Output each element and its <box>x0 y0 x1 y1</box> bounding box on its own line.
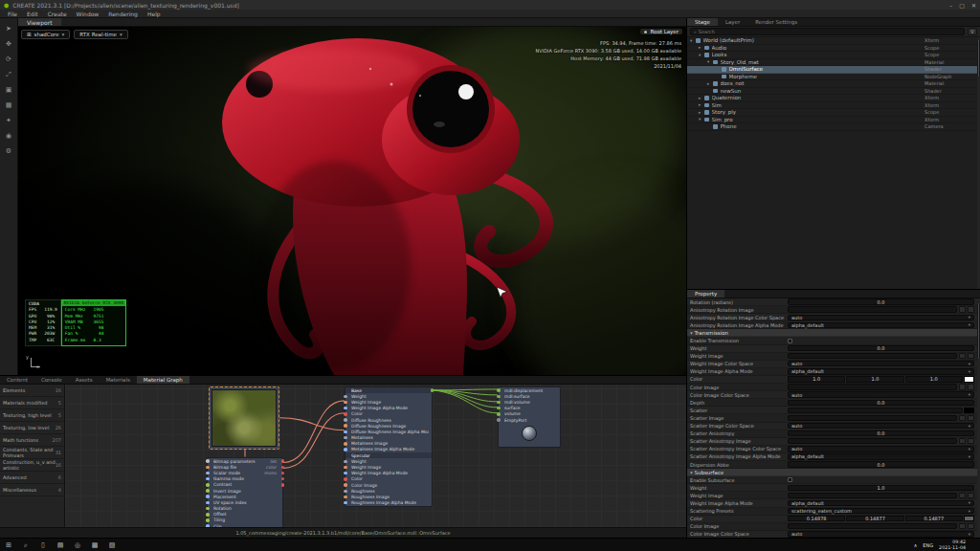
input-port-icon[interactable] <box>206 477 210 481</box>
output-port-icon[interactable] <box>431 395 434 399</box>
palette-category[interactable]: Materials modified 5 <box>0 397 64 409</box>
stage-tree-row[interactable]: ▸ Quaternion Xform <box>687 95 980 102</box>
file-path-input[interactable] <box>788 493 957 498</box>
output-port-icon[interactable] <box>431 430 434 434</box>
number-field[interactable]: 0.0 <box>788 461 974 467</box>
create-app-button[interactable]: ▩ <box>86 539 103 551</box>
stage-tab[interactable]: Layer <box>718 18 747 26</box>
input-port-icon[interactable] <box>344 448 347 452</box>
menu-item[interactable]: Create <box>48 11 67 17</box>
dropdown-field[interactable]: alpha_default <box>788 322 974 328</box>
file-path-input[interactable] <box>788 438 957 444</box>
bottom-tab[interactable]: Content <box>0 376 34 384</box>
palette-category[interactable]: Math functions 207 <box>0 434 64 447</box>
texture-preview-node[interactable] <box>209 386 279 450</box>
file-path-input[interactable] <box>788 306 957 312</box>
stage-tree-row[interactable]: Morpheme NodeGraph <box>687 74 980 81</box>
output-port-icon[interactable] <box>281 466 285 470</box>
output-port-icon[interactable] <box>431 442 434 446</box>
options-icon[interactable] <box>968 353 974 359</box>
viewport-canvas[interactable]: ⊞ shadCore ▾ RTX Real-time ▾ Root Layer … <box>18 27 686 375</box>
output-port-icon[interactable] <box>281 459 285 463</box>
input-port-icon[interactable] <box>344 401 347 405</box>
input-port-icon[interactable] <box>497 407 501 410</box>
number-field[interactable]: 0.0 <box>788 345 974 351</box>
palette-category[interactable]: Miscellaneous 4 <box>0 484 64 496</box>
output-port-icon[interactable] <box>431 490 434 494</box>
input-port-icon[interactable] <box>344 412 347 416</box>
file-path-input[interactable] <box>788 353 957 359</box>
number-field[interactable]: 0.0 <box>788 430 974 436</box>
output-port-icon[interactable] <box>281 483 285 487</box>
dropdown-field[interactable]: auto <box>788 423 974 429</box>
input-port-icon[interactable] <box>344 483 347 487</box>
color3-field[interactable]: 0.14878 0.14877 0.14877 <box>788 516 974 521</box>
select-icon[interactable]: ➤ <box>3 23 15 33</box>
close-button[interactable]: ✕ <box>971 2 976 9</box>
input-port-icon[interactable] <box>206 501 210 505</box>
folder-icon[interactable] <box>959 353 966 359</box>
file-field[interactable] <box>788 353 974 359</box>
menu-item[interactable]: Window <box>77 11 100 17</box>
output-port-icon[interactable] <box>431 412 434 416</box>
dropdown-field[interactable]: auto <box>788 531 974 537</box>
dropdown-field[interactable]: alpha_default <box>788 368 974 374</box>
browser-button[interactable]: ◎ <box>69 539 86 551</box>
input-port-icon[interactable] <box>344 407 347 410</box>
input-port-icon[interactable] <box>344 424 347 428</box>
output-port-icon[interactable] <box>281 513 285 517</box>
output-port-icon[interactable] <box>431 448 434 452</box>
graph-canvas[interactable]: Bitmap parameters list Bitmap file color… <box>65 385 686 527</box>
input-port-icon[interactable] <box>344 477 347 481</box>
color-swatch[interactable] <box>964 408 974 413</box>
file-field[interactable] <box>788 438 974 444</box>
folder-icon[interactable] <box>959 306 966 312</box>
stage-tree-row[interactable]: ▸ Sim Xform <box>687 102 980 110</box>
input-port-icon[interactable] <box>344 418 347 422</box>
dropdown-field[interactable]: auto <box>788 315 974 320</box>
search-button[interactable]: ⌕ <box>17 539 34 551</box>
camera-icon[interactable]: ◉ <box>3 130 15 141</box>
file-path-input[interactable] <box>788 523 957 529</box>
input-port-icon[interactable] <box>206 518 210 522</box>
tab-property[interactable]: Property <box>687 290 724 298</box>
stage-tree-row[interactable]: ▸ Audio Scope <box>687 45 980 53</box>
input-port-icon[interactable] <box>206 459 210 463</box>
minimize-button[interactable]: – <box>949 2 952 9</box>
input-port-icon[interactable] <box>497 418 501 422</box>
input-port-icon[interactable] <box>206 466 210 470</box>
input-port-icon[interactable] <box>344 496 347 499</box>
shading-mode-dropdown[interactable]: ⊞ shadCore ▾ <box>21 30 70 39</box>
input-port-icon[interactable] <box>206 495 210 498</box>
options-icon[interactable] <box>968 306 974 312</box>
file-path-input[interactable] <box>788 384 957 389</box>
move-icon[interactable]: ✥ <box>3 38 15 49</box>
output-port-icon[interactable] <box>431 460 434 464</box>
bottom-tab[interactable]: Assets <box>69 376 100 384</box>
folder-icon[interactable] <box>959 493 966 498</box>
rotate-icon[interactable]: ⟳ <box>3 54 15 64</box>
input-port-icon[interactable] <box>206 507 210 511</box>
input-port-icon[interactable] <box>344 395 347 399</box>
grid-icon[interactable]: ▦ <box>3 99 15 110</box>
settings-icon[interactable]: ⚙ <box>3 145 15 156</box>
color-swatch[interactable] <box>964 376 974 382</box>
options-icon[interactable] <box>968 493 974 498</box>
input-port-icon[interactable] <box>344 430 347 434</box>
output-port-icon[interactable] <box>431 388 434 392</box>
node-row[interactable]: EmptyPort <box>499 417 560 423</box>
input-port-icon[interactable] <box>344 388 347 392</box>
start-button[interactable]: ⊞ <box>0 539 17 551</box>
file-field[interactable] <box>788 493 974 498</box>
folder-icon[interactable] <box>959 438 966 444</box>
bottom-tab[interactable]: Materials <box>100 376 137 384</box>
root-layer-chip[interactable]: Root Layer <box>640 29 682 34</box>
output-port-icon[interactable] <box>431 477 434 481</box>
checkbox-icon[interactable] <box>788 339 792 343</box>
stage-tree-row[interactable]: ▾ Sim_pro Xform <box>687 117 980 124</box>
color3-field[interactable]: 1.0 1.0 1.0 <box>788 376 974 382</box>
checkbox-field[interactable] <box>788 477 792 482</box>
stage-tab[interactable]: Render Settings <box>747 18 805 26</box>
palette-category[interactable]: Texturing, low level 26 <box>0 422 64 434</box>
output-port-icon[interactable] <box>431 453 434 457</box>
